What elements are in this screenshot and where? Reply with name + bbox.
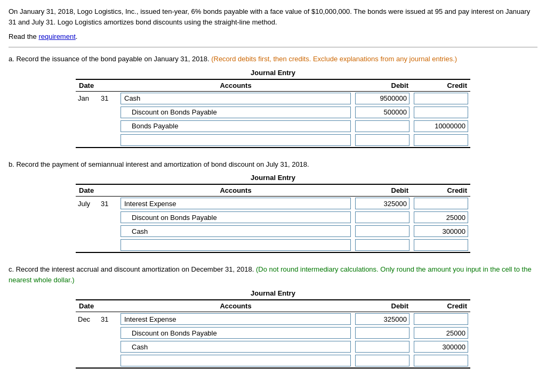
date-day: 31 (99, 91, 118, 105)
account-cell[interactable] (118, 326, 353, 340)
account-cell[interactable] (118, 210, 353, 224)
debit-input[interactable] (355, 355, 410, 366)
credit-input[interactable] (414, 107, 468, 118)
read-period: . (76, 32, 78, 40)
journal-title-a: Journal Entry (9, 69, 537, 77)
account-cell[interactable] (118, 354, 353, 368)
debit-input[interactable] (355, 211, 410, 223)
table-row: Dec31 (76, 312, 470, 326)
debit-input[interactable] (355, 313, 410, 325)
table-footer-c (76, 368, 470, 370)
debit-cell[interactable] (353, 312, 412, 326)
section-b-label: b. Record the payment of semiannual inte… (9, 159, 537, 170)
debit-cell[interactable] (353, 197, 412, 211)
table-row (76, 210, 470, 224)
credit-input[interactable] (414, 134, 468, 146)
journal-title-c: Journal Entry (9, 289, 537, 297)
header-debit-a: Debit (353, 79, 412, 92)
date-month (76, 119, 99, 133)
account-input[interactable] (121, 355, 351, 366)
account-cell[interactable] (118, 312, 353, 326)
credit-cell[interactable] (412, 119, 470, 133)
credit-cell[interactable] (412, 133, 470, 148)
account-input[interactable] (121, 93, 351, 104)
account-cell[interactable] (118, 224, 353, 238)
account-cell[interactable] (118, 197, 353, 211)
account-cell[interactable] (118, 91, 353, 105)
debit-input[interactable] (355, 107, 410, 118)
credit-cell[interactable] (412, 91, 470, 105)
credit-cell[interactable] (412, 326, 470, 340)
debit-cell[interactable] (353, 133, 412, 148)
header-date-c: Date (76, 300, 118, 312)
credit-cell[interactable] (412, 197, 470, 211)
credit-cell[interactable] (412, 340, 470, 354)
account-input[interactable] (121, 239, 351, 251)
debit-input[interactable] (355, 341, 410, 353)
debit-input[interactable] (355, 93, 410, 104)
credit-input[interactable] (414, 239, 468, 251)
account-input[interactable] (121, 341, 351, 353)
debit-cell[interactable] (353, 91, 412, 105)
debit-cell[interactable] (353, 354, 412, 368)
debit-input[interactable] (355, 239, 410, 251)
date-day (99, 133, 118, 148)
account-cell[interactable] (118, 238, 353, 252)
account-input[interactable] (121, 211, 351, 223)
credit-cell[interactable] (412, 210, 470, 224)
debit-cell[interactable] (353, 224, 412, 238)
credit-input[interactable] (414, 313, 468, 325)
debit-cell[interactable] (353, 105, 412, 119)
debit-cell[interactable] (353, 238, 412, 252)
debit-input[interactable] (355, 327, 410, 339)
table-row (76, 133, 470, 148)
credit-cell[interactable] (412, 224, 470, 238)
date-month (76, 340, 99, 354)
debit-input[interactable] (355, 134, 410, 146)
debit-input[interactable] (355, 225, 410, 237)
account-input[interactable] (121, 120, 351, 132)
date-day (99, 105, 118, 119)
credit-cell[interactable] (412, 105, 470, 119)
debit-cell[interactable] (353, 326, 412, 340)
table-row (76, 340, 470, 354)
date-day (99, 340, 118, 354)
account-cell[interactable] (118, 133, 353, 148)
header-date-a: Date (76, 79, 118, 92)
header-accounts-c: Accounts (118, 300, 353, 312)
account-cell[interactable] (118, 340, 353, 354)
account-input[interactable] (121, 198, 351, 209)
debit-input[interactable] (355, 198, 410, 209)
credit-input[interactable] (414, 341, 468, 353)
account-input[interactable] (121, 134, 351, 146)
date-day (99, 210, 118, 224)
account-cell[interactable] (118, 105, 353, 119)
credit-input[interactable] (414, 355, 468, 366)
credit-cell[interactable] (412, 354, 470, 368)
table-footer-a (76, 148, 470, 150)
date-month (76, 354, 99, 368)
section-a-label: a. Record the issuance of the bond payab… (9, 54, 537, 64)
account-input[interactable] (121, 327, 351, 339)
credit-input[interactable] (414, 211, 468, 223)
debit-cell[interactable] (353, 340, 412, 354)
credit-input[interactable] (414, 93, 468, 104)
header-debit-c: Debit (353, 300, 412, 312)
requirement-link[interactable]: requirement (38, 32, 75, 40)
debit-input[interactable] (355, 120, 410, 132)
credit-cell[interactable] (412, 238, 470, 252)
table-row (76, 105, 470, 119)
debit-cell[interactable] (353, 210, 412, 224)
account-cell[interactable] (118, 119, 353, 133)
account-input[interactable] (121, 107, 351, 118)
date-month: Jan (76, 91, 99, 105)
credit-input[interactable] (414, 327, 468, 339)
table-row (76, 224, 470, 238)
credit-input[interactable] (414, 198, 468, 209)
debit-cell[interactable] (353, 119, 412, 133)
account-input[interactable] (121, 313, 351, 325)
account-input[interactable] (121, 225, 351, 237)
credit-input[interactable] (414, 120, 468, 132)
credit-cell[interactable] (412, 312, 470, 326)
credit-input[interactable] (414, 225, 468, 237)
